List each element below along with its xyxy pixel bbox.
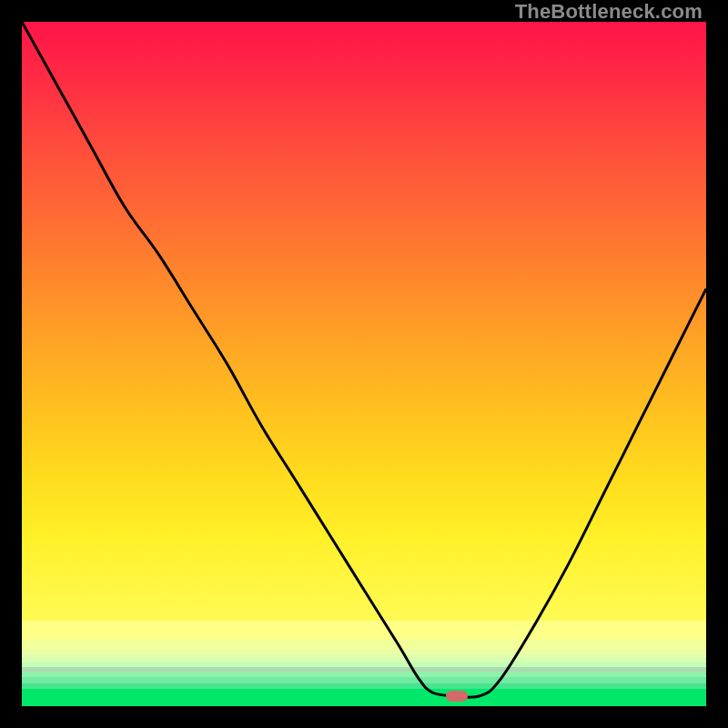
chart-frame: TheBottleneck.com [0, 0, 728, 728]
watermark-text: TheBottleneck.com [515, 0, 703, 24]
plot-area [22, 22, 706, 706]
curve-path [22, 22, 706, 697]
bottleneck-curve [22, 22, 706, 706]
optimal-marker [446, 691, 468, 702]
